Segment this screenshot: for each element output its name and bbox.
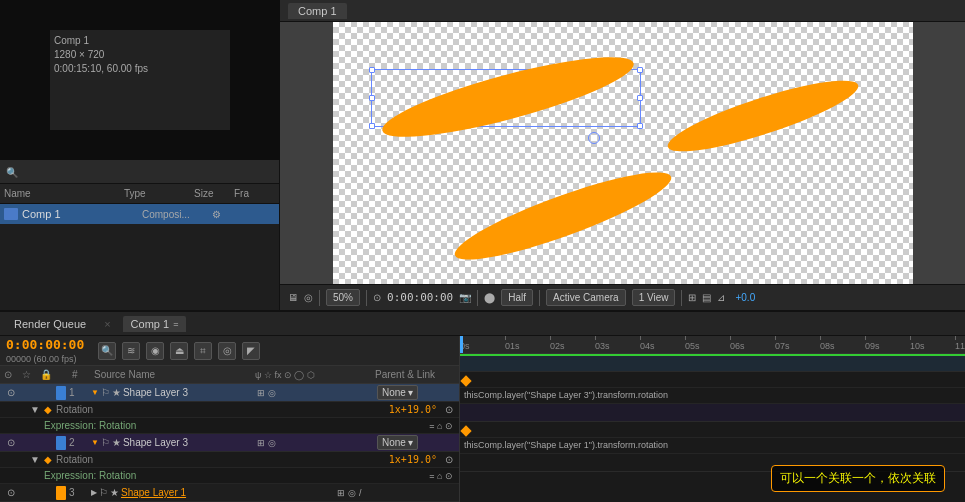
time-mark-01s: 01s [505, 341, 520, 351]
layer1-rotation-value: 1x+19.0° [389, 404, 437, 415]
track-layer1-expr: thisComp.layer("Shape Layer 3").transfor… [460, 388, 965, 404]
comp-icon [4, 208, 18, 220]
motion-blur-btn[interactable]: ◉ [146, 342, 164, 360]
comp-duration: 0:00:15:10, 60.00 fps [54, 62, 148, 76]
graph-editor-btn[interactable]: ⌗ [194, 342, 212, 360]
keyframe-2[interactable] [460, 425, 471, 436]
timeline-timecode: 0:00:00:00 [6, 337, 84, 352]
viewport-tabs: Comp 1 [280, 0, 965, 22]
comp-tab-label: Comp 1 [131, 318, 170, 330]
separator-2 [366, 290, 367, 306]
solo-btn[interactable]: ◎ [218, 342, 236, 360]
quality-dropdown[interactable]: Half [501, 289, 533, 306]
view-dropdown[interactable]: 1 View [632, 289, 676, 306]
layer2-parent-dropdown[interactable]: None ▾ [377, 435, 418, 450]
layer2-sw2[interactable]: ◎ [268, 438, 276, 448]
layer2-expr-controls: = ⌂ ⊙ [429, 471, 453, 481]
camera-dropdown[interactable]: Active Camera [546, 289, 626, 306]
comp-tab[interactable]: Comp 1 = [123, 316, 187, 332]
shape-layer-1[interactable] [448, 157, 678, 273]
layer2-parent: None ▾ [377, 435, 457, 450]
col-num: # [72, 369, 94, 380]
layer1-parent-dropdown[interactable]: None ▾ [377, 385, 418, 400]
track-layer1-rotation [460, 372, 965, 388]
layer1-switches: ⊞ ◎ [257, 388, 377, 398]
project-item-name: Comp 1 [22, 208, 142, 220]
view-options-icon: ◎ [304, 292, 313, 303]
canvas-svg [333, 22, 913, 284]
render-queue-button[interactable]: Render Queue [8, 316, 92, 332]
frame-blend-btn[interactable]: ⏏ [170, 342, 188, 360]
viewport-tab-comp1[interactable]: Comp 1 [288, 3, 347, 19]
monitor-icon: 🖥 [288, 292, 298, 303]
project-item-type: Composi... [142, 209, 212, 220]
layer3-star: ★ [110, 487, 119, 498]
layer-row-2[interactable]: ⊙ 2 ▼ ⚐ ★ Shape Layer 3 ⊞ ◎ None ▾ [0, 434, 459, 452]
col-parent: Parent & Link [375, 369, 455, 380]
col-lock: 🔒 [40, 369, 58, 380]
layer1-parent: None ▾ [377, 385, 457, 400]
project-preview: Comp 1 1280 × 720 0:00:15:10, 60.00 fps [0, 0, 280, 160]
layer3-sw1[interactable]: ⊞ [337, 488, 345, 498]
timeline-content: 0:00:00:00 00000 (60.00 fps) 🔍 ≋ ◉ ⏏ ⌗ ◎… [0, 336, 965, 502]
layer1-rotation-row[interactable]: ▼ ◆ Rotation 1x+19.0° ⊙ [0, 402, 459, 418]
layer1-rotation-label: Rotation [56, 404, 389, 415]
layer-row-1[interactable]: ⊙ 1 ▼ ⚐ ★ Shape Layer 3 ⊞ ◎ None ▾ [0, 384, 459, 402]
layer2-rotation-stopwatch[interactable]: ⊙ [445, 454, 453, 465]
shape-layer-2[interactable] [662, 67, 863, 163]
search-bar[interactable] [0, 160, 279, 184]
timeline-panel: Render Queue × Comp 1 = 0:00:00:00 00000… [0, 310, 965, 502]
layer2-triangle: ▼ [91, 438, 99, 447]
col-header-name: Name [4, 188, 124, 199]
layer1-rotation-stopwatch[interactable]: ⊙ [445, 404, 453, 415]
comp-name: Comp 1 [54, 34, 148, 48]
layer-columns-header: ⊙ ☆ 🔒 # Source Name ψ ☆ fx ⊙ ◯ ⬡ Parent … [0, 366, 459, 384]
time-mark-08s: 08s [820, 341, 835, 351]
separator-5 [681, 290, 682, 306]
color-icon: ⬤ [484, 292, 495, 303]
rotation-key-icon: ◆ [44, 404, 52, 415]
layer3-sw2[interactable]: ◎ [348, 488, 356, 498]
time-mark-09s: 09s [865, 341, 880, 351]
layer3-name-text: Shape Layer 1 [121, 487, 186, 498]
layer-row-3[interactable]: ⊙ 3 ▶ ⚐ ★ Shape Layer 1 ⊞ ◎ / [0, 484, 459, 502]
layer2-rotation-label: Rotation [56, 454, 389, 465]
col-solo: ☆ [22, 369, 40, 380]
time-mark-10s: 10s [910, 341, 925, 351]
separator-4 [539, 290, 540, 306]
offset-value: +0.0 [735, 292, 755, 303]
project-item-comp1[interactable]: Comp 1 Composi... ⚙ [0, 204, 279, 224]
main-viewport: Comp 1 [280, 0, 965, 310]
hide-shy-btn[interactable]: ◤ [242, 342, 260, 360]
viewport-timecode: 0:00:00:00 [387, 291, 453, 304]
comp-resolution: 1280 × 720 [54, 48, 148, 62]
layer3-name: ▶ ⚐ ★ Shape Layer 1 [91, 487, 337, 498]
playhead[interactable] [460, 336, 461, 353]
time-mark-03s: 03s [595, 341, 610, 351]
layer1-expression-row: Expression: Rotation = ⌂ ⊙ [0, 418, 459, 434]
viewport-canvas[interactable] [280, 22, 965, 284]
layer2-rotation-triangle: ▼ [30, 454, 40, 465]
zoom-dropdown[interactable]: 50% [326, 289, 360, 306]
render-icon: ▤ [702, 292, 711, 303]
layer1-visibility[interactable]: ⊙ [2, 387, 20, 398]
layer2-visibility[interactable]: ⊙ [2, 437, 20, 448]
shape-layer-3[interactable] [376, 42, 639, 152]
col-header-size: Size [194, 188, 234, 199]
search-layer-btn[interactable]: 🔍 [98, 342, 116, 360]
layer1-sw1[interactable]: ⊞ [257, 388, 265, 398]
layer2-sw1[interactable]: ⊞ [257, 438, 265, 448]
col-vis: ⊙ [4, 369, 22, 380]
col-header-frame: Fra [234, 188, 264, 199]
layer3-visibility[interactable]: ⊙ [2, 487, 20, 498]
top-area: Comp 1 1280 × 720 0:00:15:10, 60.00 fps … [0, 0, 965, 310]
draft-btn[interactable]: ≋ [122, 342, 140, 360]
layer2-color [56, 436, 66, 450]
canvas-background [333, 22, 913, 284]
track-area: thisComp.layer("Shape Layer 3").transfor… [460, 354, 965, 502]
keyframe-1[interactable] [460, 375, 471, 386]
col-src: Source Name [94, 369, 255, 380]
layer1-sw2[interactable]: ◎ [268, 388, 276, 398]
layer2-rotation-row[interactable]: ▼ ◆ Rotation 1x+19.0° ⊙ [0, 452, 459, 468]
layer2-expr-label: Expression: Rotation [44, 470, 429, 481]
